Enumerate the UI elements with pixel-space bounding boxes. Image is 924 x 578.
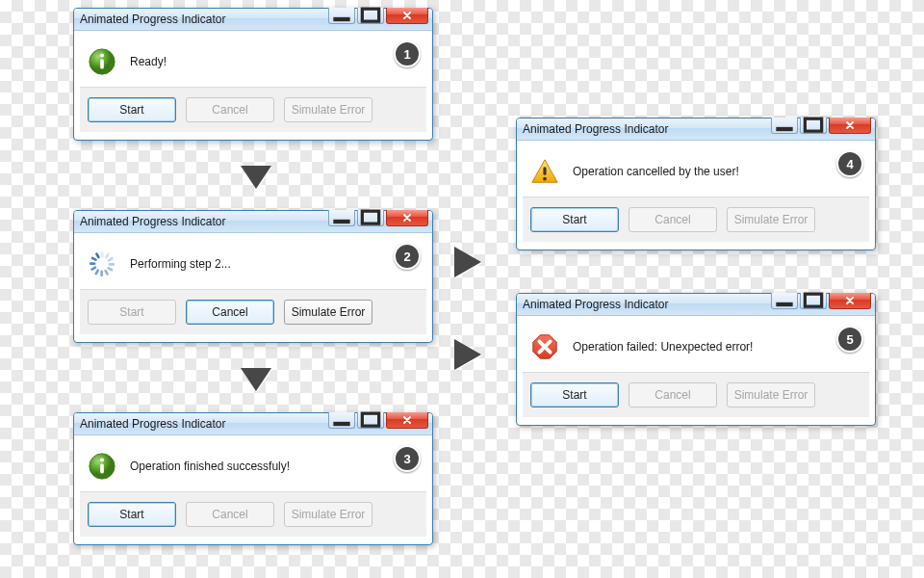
client-area: Operation finished successfuly!3StartCan… — [74, 435, 432, 544]
state-number-badge: 3 — [394, 445, 421, 472]
svg-rect-28 — [776, 302, 792, 306]
svg-rect-11 — [107, 266, 114, 272]
svg-rect-13 — [100, 271, 103, 277]
minimize-button[interactable] — [771, 118, 798, 134]
client-area: Operation failed: Unexpected error!5Star… — [517, 316, 875, 425]
window-title: Animated Progress Indicator — [523, 298, 668, 311]
window-title: Animated Progress Indicator — [80, 215, 225, 228]
status-message: Ready! — [130, 55, 167, 68]
status-message: Performing step 2... — [130, 257, 231, 271]
svg-rect-20 — [362, 414, 378, 427]
button-row: StartCancelSimulate Error — [523, 372, 869, 417]
button-row: StartCancelSimulate Error — [523, 197, 869, 242]
spinner-icon — [88, 250, 116, 278]
svg-rect-8 — [104, 252, 110, 259]
titlebar[interactable]: Animated Progress Indicator — [517, 294, 875, 316]
info-icon — [88, 47, 116, 76]
window-title: Animated Progress Indicator — [80, 13, 225, 26]
svg-rect-0 — [333, 17, 349, 21]
svg-rect-19 — [333, 422, 349, 426]
window-title: Animated Progress Indicator — [80, 417, 225, 431]
state-number-badge: 4 — [836, 150, 863, 177]
button-row: StartCancelSimulate Error — [80, 491, 426, 537]
simulate-error-button: Simulate Error — [727, 382, 815, 407]
flow-arrow-right — [452, 337, 485, 372]
cancel-button: Cancel — [629, 382, 717, 407]
content-area: Operation finished successfuly!3 — [80, 441, 426, 491]
svg-point-22 — [100, 458, 104, 461]
state-number-badge: 5 — [836, 326, 863, 353]
svg-rect-10 — [109, 263, 116, 266]
maximize-button[interactable] — [357, 210, 384, 226]
svg-rect-15 — [90, 266, 97, 272]
svg-rect-18 — [95, 252, 101, 259]
info-icon — [88, 452, 116, 481]
content-area: Operation cancelled by the user!4 — [523, 146, 869, 197]
titlebar[interactable]: Animated Progress Indicator — [74, 413, 432, 435]
client-area: Performing step 2...2StartCancelSimulate… — [74, 233, 432, 342]
maximize-button[interactable] — [357, 8, 384, 24]
state-number-badge: 1 — [394, 40, 421, 67]
dialog-window-2: Animated Progress IndicatorPerforming st… — [73, 210, 433, 343]
start-button[interactable]: Start — [530, 382, 619, 407]
minimize-button[interactable] — [771, 293, 798, 309]
maximize-button[interactable] — [357, 412, 384, 429]
cancel-button[interactable]: Cancel — [186, 300, 274, 325]
cancel-button: Cancel — [629, 207, 717, 232]
svg-rect-26 — [543, 167, 546, 174]
minimize-button[interactable] — [328, 8, 355, 24]
simulate-error-button: Simulate Error — [284, 97, 372, 122]
flow-arrow-down — [239, 164, 273, 193]
dialog-window-5: Animated Progress IndicatorOperation fai… — [516, 293, 876, 426]
maximize-button[interactable] — [800, 118, 827, 134]
window-title: Animated Progress Indicator — [523, 122, 668, 136]
titlebar[interactable]: Animated Progress Indicator — [74, 211, 432, 233]
client-area: Ready!1StartCancelSimulate Error — [74, 31, 432, 140]
svg-point-27 — [543, 177, 547, 181]
close-button[interactable] — [829, 118, 871, 134]
simulate-error-button: Simulate Error — [284, 502, 372, 527]
client-area: Operation cancelled by the user!4StartCa… — [517, 141, 875, 250]
svg-rect-24 — [776, 127, 792, 131]
state-number-badge: 2 — [394, 243, 421, 270]
svg-rect-6 — [362, 212, 378, 224]
flow-arrow-right — [452, 245, 485, 279]
svg-rect-12 — [104, 269, 110, 276]
close-button[interactable] — [386, 210, 428, 226]
content-area: Operation failed: Unexpected error!5 — [523, 322, 869, 372]
close-button[interactable] — [386, 8, 428, 24]
close-button[interactable] — [829, 293, 871, 309]
svg-rect-1 — [362, 10, 378, 22]
svg-rect-9 — [107, 257, 114, 263]
svg-rect-7 — [101, 251, 104, 258]
status-message: Operation failed: Unexpected error! — [573, 340, 753, 354]
cancel-button: Cancel — [186, 502, 274, 527]
cancel-button: Cancel — [186, 97, 274, 122]
minimize-button[interactable] — [328, 210, 355, 226]
svg-rect-17 — [90, 256, 97, 262]
svg-rect-29 — [805, 295, 821, 307]
status-message: Operation finished successfuly! — [130, 460, 290, 473]
error-icon — [530, 332, 559, 361]
button-row: StartCancelSimulate Error — [80, 289, 426, 334]
close-button[interactable] — [386, 412, 428, 429]
content-area: Ready!1 — [80, 37, 426, 87]
svg-rect-5 — [333, 220, 349, 223]
maximize-button[interactable] — [800, 293, 827, 309]
svg-rect-4 — [100, 59, 104, 68]
dialog-window-3: Animated Progress IndicatorOperation fin… — [73, 412, 433, 545]
start-button[interactable]: Start — [88, 502, 176, 527]
dialog-window-1: Animated Progress IndicatorReady!1StartC… — [73, 8, 433, 141]
start-button[interactable]: Start — [88, 97, 176, 122]
titlebar[interactable]: Animated Progress Indicator — [74, 9, 432, 31]
button-row: StartCancelSimulate Error — [80, 87, 426, 132]
start-button[interactable]: Start — [530, 207, 619, 232]
simulate-error-button: Simulate Error — [727, 207, 815, 232]
minimize-button[interactable] — [328, 412, 355, 429]
content-area: Performing step 2...2 — [80, 239, 426, 289]
flow-arrow-down — [239, 366, 273, 395]
svg-rect-25 — [805, 119, 821, 132]
titlebar[interactable]: Animated Progress Indicator — [517, 118, 875, 141]
warn-icon — [530, 157, 559, 186]
simulate-error-button[interactable]: Simulate Error — [284, 300, 372, 325]
